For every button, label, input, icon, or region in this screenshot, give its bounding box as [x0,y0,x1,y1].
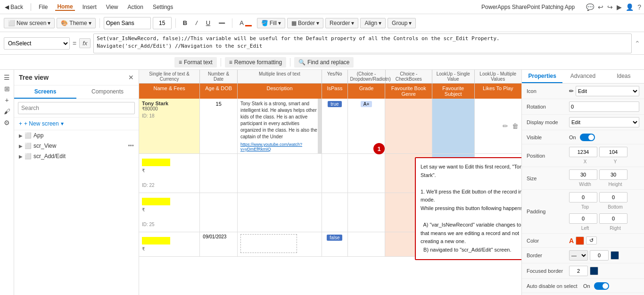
color-swatch[interactable] [576,236,584,245]
cell-ispass-2 [322,154,348,193]
cell-desc-4 [238,232,322,256]
italic-button[interactable]: / [192,17,201,28]
tab-properties[interactable]: Properties [522,70,562,83]
user-icon[interactable]: 👤 [626,3,634,11]
prop-padding: Padding Top Bottom Left Right [522,190,644,234]
underline-button[interactable]: U [203,17,214,28]
font-selector[interactable] [104,17,151,29]
remove-format-icon: ≡ [229,59,232,66]
help-icon[interactable]: ? [637,3,641,11]
col-type-1: Single line of text & Currency [139,70,200,83]
visible-toggle[interactable] [580,134,595,141]
expand-arrow: ▶ [19,154,23,159]
layers-icon[interactable]: ⊞ [4,85,10,93]
equals-sign: = [73,40,76,47]
plus-icon[interactable]: + [5,96,8,104]
display-mode-selector[interactable]: Edit [569,117,639,127]
cell-likes-1: ✏ 🗑 [475,99,522,153]
position-x-input[interactable] [569,147,597,157]
fx-button[interactable]: fx [79,38,91,48]
position-y-input[interactable] [599,147,627,157]
font-color-button[interactable]: A [236,17,255,28]
new-screen-button[interactable]: ⬜ New screen ▾ [4,18,55,28]
tab-advanced[interactable]: Advanced [562,70,603,83]
edit-icon-1[interactable]: ✏ [503,122,508,130]
property-selector[interactable]: OnSelect [4,37,70,50]
group-button[interactable]: Group ▾ [388,18,416,28]
back-button[interactable]: ◀ Back [3,4,25,10]
image-placeholder [240,234,297,253]
padding-bottom-input[interactable] [599,192,627,202]
undo-icon[interactable]: ↩ [598,3,603,11]
sidebar-item-scradd[interactable]: ▶ ⬜ scr_Add/Edit [14,151,139,161]
padding-top-input[interactable] [569,192,597,202]
menu-settings[interactable]: Settings [151,4,175,10]
menu-file[interactable]: File [37,4,50,10]
cell-desc-3 [238,193,322,232]
left-label: Left [571,226,599,231]
format-bar: ≡ Format text ≡ Remove formatting 🔍 Find… [0,55,644,70]
cell-ispass-4: false [322,232,348,256]
size-h-input[interactable] [599,169,627,180]
menu-action[interactable]: Action [126,4,145,10]
menu-insert[interactable]: Insert [81,4,99,10]
align-button[interactable]: Align ▾ [360,18,386,28]
new-screen-button[interactable]: + + New screen ▾ [14,118,139,130]
redo-icon[interactable]: ↪ [607,3,613,11]
dropdown-arrow: ▾ [316,20,319,26]
auto-disable-toggle[interactable] [594,282,609,290]
tab-screens[interactable]: Screens [14,85,76,99]
brush-icon[interactable]: 🖌 [4,108,10,115]
toolbar-separator [175,18,176,28]
focused-border-input[interactable] [569,266,588,276]
color-a-icon: A [569,237,574,244]
close-sidebar-button[interactable]: ✕ [128,74,134,81]
tools-icon[interactable]: ⚙ [4,119,10,126]
padding-right-input[interactable] [599,213,627,224]
cell-desc-2 [238,154,322,193]
icon-selector[interactable]: Edit [576,86,639,96]
sidebar-title: Tree view [19,74,49,81]
th-subject: Favourite Subject [432,84,475,99]
remove-formatting-button[interactable]: ≡ Remove formatting [225,57,286,67]
color-refresh-btn[interactable]: ↺ [586,236,597,244]
sidebar-tabs: Screens Components [14,85,139,99]
th-ispass: IsPass [322,84,348,99]
theme-button[interactable]: 🎨 Theme ▾ [57,18,95,28]
expand-icon[interactable]: ⌃ [635,40,640,47]
play-icon[interactable]: ▶ [617,3,622,11]
fill-button[interactable]: 🪣 Fill ▾ [257,18,285,28]
focused-border-swatch[interactable] [590,267,598,275]
sidebar-item-scrview[interactable]: ▶ ⬜ scr_View ••• [14,141,139,151]
padding-left-input[interactable] [569,213,597,224]
rotation-input[interactable] [569,101,639,112]
find-replace-button[interactable]: 🔍 Find and replace [294,57,354,67]
bold-button[interactable]: B [180,17,190,28]
tab-ideas[interactable]: Ideas [603,70,644,83]
font-size-input[interactable] [153,17,172,29]
border-color-swatch[interactable] [611,251,619,260]
scroll-handle[interactable] [318,99,322,153]
border-width-input[interactable] [590,250,609,261]
formula-text[interactable]: Set(var_IsNewRecord, false);//This varia… [97,35,628,51]
border-style-selector[interactable]: — [569,250,588,261]
size-w-input[interactable] [569,169,597,180]
menu-home[interactable]: Home [55,3,74,11]
tab-components[interactable]: Components [76,85,139,99]
th-age: Age & DOB [200,84,238,99]
dropdown-arrow: ▾ [351,20,354,26]
more-options[interactable]: ••• [128,143,134,149]
reorder-button[interactable]: Reorder ▾ [325,18,358,28]
search-input[interactable] [18,102,135,114]
border-button[interactable]: ▦ Border ▾ [287,18,323,28]
prop-color: Color A ↺ [522,234,644,248]
chat-icon[interactable]: 💬 [586,3,594,11]
hamburger-icon[interactable]: ☰ [4,74,10,81]
plus-icon: + [19,120,22,127]
format-text-button[interactable]: ≡ Format text [174,57,217,67]
expand-arrow: ▶ [19,143,23,149]
sidebar-item-app[interactable]: ▶ ⬜ App [14,130,139,141]
strikethrough-button[interactable]: — [215,17,228,28]
delete-icon-1[interactable]: 🗑 [512,122,519,130]
menu-view[interactable]: View [104,4,120,10]
